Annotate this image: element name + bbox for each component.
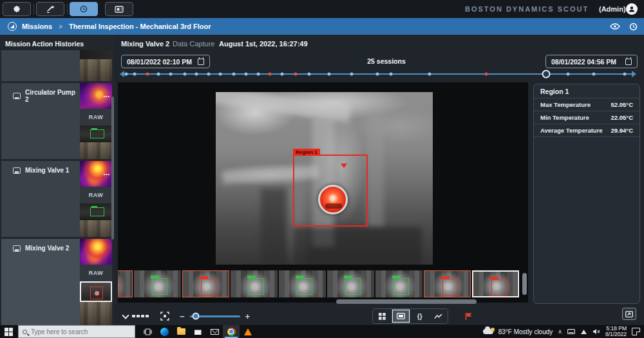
zoom-out-button[interactable]: − [180,312,185,321]
sidebar-item-mixing-valve-1[interactable]: Mixing Valve 1 ••• RAW [1,161,112,237]
filmstrip-scroll-handle[interactable] [522,273,527,295]
filmstrip-thumbnail[interactable] [424,270,471,297]
timeline-dot-blue[interactable] [207,73,210,76]
history-button[interactable] [70,2,98,16]
robot-button[interactable] [36,2,64,16]
timeline-dot-blue[interactable] [232,73,236,76]
mail-icon[interactable] [206,325,223,338]
taskbar-clock[interactable]: 5:18 PM 8/1/2022 [605,326,627,338]
sidebar-item-circulator-pump-2[interactable]: Circulator Pump 2 ••• RAW [1,83,112,159]
tray-chevron-icon[interactable]: ∧ [558,328,562,335]
weather-icon[interactable] [483,329,493,334]
timeline-right-arrow[interactable] [632,71,636,77]
timeline-dot-red[interactable] [146,73,149,76]
start-date-input[interactable]: 08/01/2022 02:10 PM [121,55,210,68]
timeline-dot-blue[interactable] [390,73,393,76]
filmstrip-thumbnail-selected[interactable] [472,270,519,297]
timeline-dot-red[interactable] [268,73,271,76]
action-center-icon[interactable] [632,328,640,335]
timeline-dot-blue[interactable] [376,73,379,76]
filmstrip-thumbnail[interactable] [118,270,133,297]
trend-view-button[interactable] [429,309,448,323]
taskbar-search[interactable] [18,325,135,338]
thumbnail[interactable] [80,59,112,81]
timeline-dot-blue[interactable] [350,73,354,76]
filmstrip-thumbnail[interactable] [134,270,181,297]
selected-thumbnail[interactable] [80,281,112,302]
thermal-thumbnail[interactable]: ••• [80,161,112,187]
keyboard-tray-icon[interactable] [567,329,575,334]
timeline-dot-blue[interactable] [219,73,222,76]
filmstrip-thumbnail[interactable] [327,270,374,297]
timeline-dot-blue[interactable] [327,73,330,76]
sidebar-item-mixing-valve-2[interactable]: Mixing Valve 2 RAW [1,239,112,325]
network-tray-icon[interactable] [580,329,587,335]
thermal-image[interactable]: Region 1 [216,92,433,265]
thumbnail[interactable] [80,50,112,59]
weather-text[interactable]: 83°F Mostly cloudy [498,328,553,335]
timeline-dot-red[interactable] [485,73,488,76]
timeline-dot-blue[interactable] [194,73,198,76]
timeline-dot-blue[interactable] [623,73,626,76]
display-button[interactable] [105,2,133,16]
filmstrip-thumbnail[interactable] [231,270,278,297]
settings-button[interactable] [3,2,31,16]
timeline-dot-blue[interactable] [256,73,260,76]
detection-thumbnail[interactable] [80,203,112,220]
thumbnail-size-icon[interactable] [132,315,149,317]
panel-toggle-button[interactable] [622,308,636,320]
timeline-dot-blue[interactable] [428,73,431,76]
timeline-dot-blue[interactable] [169,73,173,76]
chevron-down-icon[interactable] [122,312,129,319]
thermal-thumbnail[interactable] [80,239,112,265]
timeline-dot-blue[interactable] [244,73,247,76]
breadcrumb-root[interactable]: Missions [22,23,52,30]
microsoft-store-icon[interactable] [189,325,206,338]
thermal-thumbnail[interactable]: ••• [80,83,112,109]
edge-icon[interactable] [156,325,173,338]
file-explorer-icon[interactable] [173,325,189,338]
image-view-button[interactable] [392,309,410,323]
filmstrip-horizontal-scrollbar[interactable] [336,299,477,304]
timeline-dot-blue[interactable] [125,73,128,76]
flag-icon[interactable] [465,312,473,321]
zoom-slider[interactable] [190,315,240,317]
zoom-in-button[interactable]: + [245,312,251,321]
vlc-icon[interactable] [240,325,256,338]
grid-view-button[interactable] [373,309,392,323]
photo-thumbnail[interactable] [80,220,112,237]
sidebar-scrollbar[interactable] [111,97,114,239]
detection-thumbnail[interactable] [80,126,112,142]
timeline-dot-blue[interactable] [592,73,596,76]
timeline-dot-blue[interactable] [184,73,187,76]
timeline-dot-blue[interactable] [308,73,311,76]
timeline-dot-selected[interactable] [542,70,550,79]
list-item-partial[interactable] [1,50,112,81]
user-avatar[interactable] [626,3,638,15]
session-timeline[interactable] [120,69,636,79]
timeline-dot-red[interactable] [294,73,297,76]
region-1-bounding-box[interactable]: Region 1 [293,155,368,227]
code-view-button[interactable]: {} [410,309,429,323]
filmstrip-thumbnail[interactable] [182,270,229,297]
task-view-button[interactable] [139,325,156,338]
volume-muted-icon[interactable] [592,328,600,335]
more-icon[interactable]: ••• [104,94,110,99]
eye-icon[interactable] [610,23,620,30]
search-input[interactable] [31,328,121,335]
start-button[interactable] [5,328,13,336]
timeline-dot-blue[interactable] [133,73,137,76]
zoom-slider-knob[interactable] [192,313,199,320]
fit-screen-icon[interactable] [160,312,169,321]
timeline-dot-blue[interactable] [567,73,570,76]
photo-thumbnail[interactable] [80,302,112,325]
more-icon[interactable]: ••• [104,172,110,176]
filmstrip-thumbnail[interactable] [375,270,422,297]
chrome-icon[interactable] [223,325,240,338]
filmstrip-thumbnail[interactable] [279,270,326,297]
photo-thumbnail[interactable] [80,142,112,159]
timeline-dot-blue[interactable] [280,73,283,76]
timeline-dot-blue[interactable] [157,73,160,76]
history-clock-icon[interactable] [629,23,638,31]
end-date-input[interactable]: 08/01/2022 04:56 PM [545,55,638,68]
